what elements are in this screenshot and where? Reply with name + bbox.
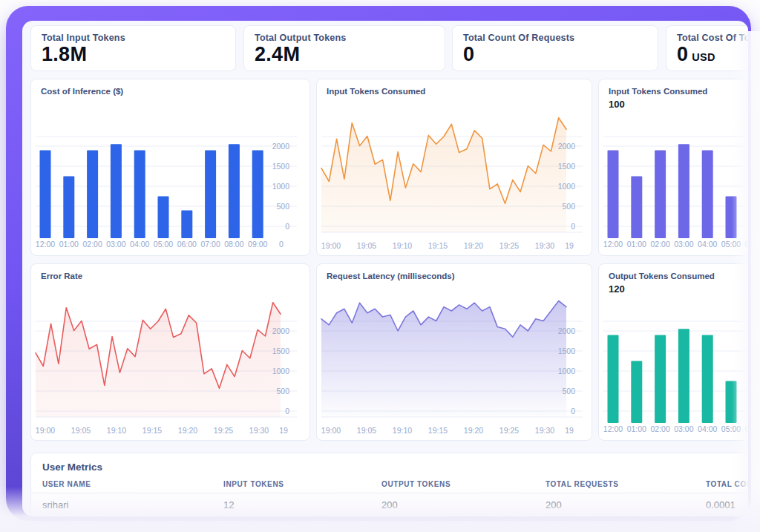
svg-text:19:05: 19:05 [357, 426, 376, 435]
chart-card-error-rate: Error Rate 19:0019:0519:1019:1519:2019:2… [30, 263, 310, 441]
svg-text:19: 19 [279, 426, 288, 435]
svg-text:19:00: 19:00 [321, 426, 341, 435]
svg-text:19:25: 19:25 [214, 426, 233, 435]
stat-label: Total Count Of Requests [463, 33, 574, 43]
stat-label: Total Cost Of Tok [677, 33, 748, 43]
chart-title: Input Tokens Consumed [609, 87, 707, 96]
stat-label: Total Output Tokens [255, 33, 346, 43]
svg-text:12:00: 12:00 [603, 424, 623, 433]
svg-text:19:30: 19:30 [535, 426, 554, 435]
svg-text:19:15: 19:15 [428, 241, 448, 250]
svg-text:0: 0 [571, 407, 575, 416]
stat-card-total-cost: Total Cost Of Tok 0USD [666, 25, 748, 71]
svg-text:19: 19 [565, 426, 574, 435]
svg-text:1000: 1000 [272, 367, 290, 375]
svg-text:19:20: 19:20 [464, 241, 483, 250]
svg-text:2000: 2000 [272, 142, 290, 151]
svg-text:0: 0 [285, 222, 289, 231]
svg-text:04:00: 04:00 [130, 240, 149, 249]
svg-text:04:00: 04:00 [698, 240, 717, 249]
cell-output-tokens: 200 [381, 499, 398, 510]
column-header-input-tokens: INPUT TOKENS [223, 480, 284, 488]
chart-card-output-tokens-bar: Output Tokens Consumed 120 12:0001:0002:… [598, 263, 748, 441]
svg-text:500: 500 [562, 387, 575, 395]
svg-text:500: 500 [276, 202, 289, 211]
request-latency-area-chart[interactable]: 19:0019:0519:1019:1519:2019:2519:3019200… [317, 264, 592, 441]
svg-text:12:00: 12:00 [603, 240, 623, 249]
stat-label: Total Input Tokens [42, 33, 125, 43]
cell-input-tokens: 12 [223, 499, 234, 510]
svg-text:0: 0 [571, 222, 575, 231]
stat-card-total-requests: Total Count Of Requests 0 [452, 25, 658, 71]
input-tokens-area-chart[interactable]: 19:0019:0519:1019:1519:2019:2519:3019200… [317, 79, 592, 256]
svg-text:06:00: 06:00 [745, 424, 748, 433]
svg-text:19:05: 19:05 [357, 241, 376, 250]
cell-user-name: srihari [42, 499, 68, 510]
svg-text:2000: 2000 [558, 326, 576, 335]
svg-text:01:00: 01:00 [59, 240, 79, 249]
svg-text:1000: 1000 [558, 367, 576, 375]
column-header-output-tokens: OUTPUT TOKENS [381, 480, 451, 488]
chart-subtitle: 100 [609, 99, 625, 110]
dashboard-panel: Total Input Tokens 1.8M Total Output Tok… [22, 21, 748, 516]
table-title: User Metrics [42, 462, 102, 473]
svg-text:01:00: 01:00 [627, 424, 646, 433]
svg-text:0: 0 [285, 407, 289, 416]
chart-title: Request Latency (milliseconds) [327, 272, 455, 280]
svg-text:06:00: 06:00 [745, 240, 748, 249]
svg-text:19:20: 19:20 [178, 426, 197, 435]
svg-text:19:00: 19:00 [36, 426, 55, 435]
svg-text:19:10: 19:10 [107, 426, 126, 435]
svg-text:19:30: 19:30 [535, 241, 554, 250]
svg-text:06:00: 06:00 [177, 240, 197, 249]
column-header-total-requests: TOTAL REQUESTS [546, 480, 618, 488]
svg-text:05:00: 05:00 [154, 240, 173, 249]
svg-text:19:00: 19:00 [321, 241, 341, 250]
svg-text:03:00: 03:00 [674, 424, 693, 433]
svg-text:07:00: 07:00 [200, 240, 220, 249]
cell-total-requests: 200 [546, 499, 562, 510]
svg-text:19:20: 19:20 [464, 426, 483, 435]
stat-value: 1.8M [42, 43, 87, 66]
stat-unit: USD [692, 51, 715, 63]
chart-title: Error Rate [41, 272, 82, 280]
cost-of-inference-bar-chart[interactable]: 12:0001:0002:0003:0004:0005:0006:0007:00… [31, 79, 310, 256]
column-header-total-cost: TOTAL COS [706, 480, 748, 488]
svg-text:0: 0 [279, 240, 284, 249]
svg-text:19:05: 19:05 [71, 426, 91, 435]
cell-total-cost: 0.0001 [706, 499, 736, 510]
svg-text:19:10: 19:10 [393, 426, 412, 435]
svg-text:08:00: 08:00 [224, 240, 243, 249]
svg-text:500: 500 [276, 387, 289, 395]
chart-title: Input Tokens Consumed [327, 87, 425, 96]
svg-text:19:25: 19:25 [499, 241, 519, 250]
svg-text:01:00: 01:00 [627, 240, 646, 249]
stat-value: 0USD [677, 43, 715, 66]
svg-text:05:00: 05:00 [721, 240, 741, 249]
svg-text:19:30: 19:30 [249, 426, 269, 435]
svg-text:02:00: 02:00 [650, 240, 669, 249]
svg-text:04:00: 04:00 [698, 424, 717, 433]
svg-text:03:00: 03:00 [674, 240, 693, 249]
svg-text:1500: 1500 [272, 162, 290, 171]
chart-title: Output Tokens Consumed [609, 272, 715, 280]
svg-text:1500: 1500 [272, 347, 290, 355]
svg-text:19:25: 19:25 [499, 426, 519, 435]
table-divider [31, 493, 748, 493]
svg-text:19:15: 19:15 [428, 426, 448, 435]
svg-text:05:00: 05:00 [721, 424, 741, 433]
svg-text:19: 19 [565, 241, 574, 250]
svg-text:03:00: 03:00 [106, 240, 125, 249]
svg-text:19:15: 19:15 [142, 426, 162, 435]
stat-value: 0 [463, 43, 474, 66]
svg-text:1500: 1500 [558, 162, 576, 171]
stat-value: 2.4M [255, 43, 300, 66]
chart-card-input-tokens-bar: Input Tokens Consumed 100 12:0001:0002:0… [598, 79, 748, 256]
svg-text:2000: 2000 [558, 142, 576, 151]
error-rate-area-chart[interactable]: 19:0019:0519:1019:1519:2019:2519:3019200… [31, 264, 310, 441]
svg-text:19:10: 19:10 [393, 241, 412, 250]
stat-card-total-input-tokens: Total Input Tokens 1.8M [30, 25, 236, 71]
svg-text:02:00: 02:00 [82, 240, 102, 249]
chart-card-input-tokens-line: Input Tokens Consumed 19:0019:0519:1019:… [316, 79, 592, 256]
svg-text:1000: 1000 [558, 182, 576, 191]
